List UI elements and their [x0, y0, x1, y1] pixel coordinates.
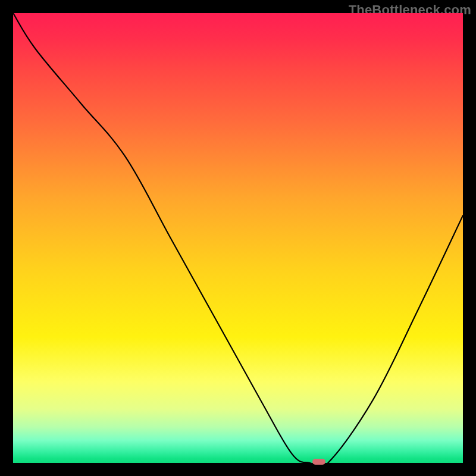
- bottleneck-curve: [13, 13, 463, 463]
- plot-area: [13, 13, 463, 463]
- curve-path: [13, 13, 463, 463]
- optimal-marker: [312, 459, 325, 465]
- chart-frame: TheBottleneck.com: [0, 0, 476, 476]
